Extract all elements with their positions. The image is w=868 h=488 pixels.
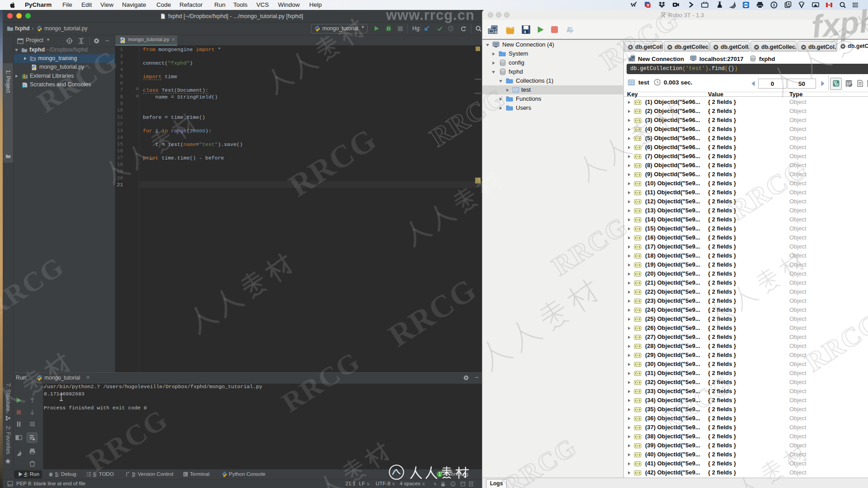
svg-text:W: W [631, 1, 637, 8]
svg-text:A: A [787, 2, 790, 6]
svg-text:1: 1 [773, 3, 775, 7]
